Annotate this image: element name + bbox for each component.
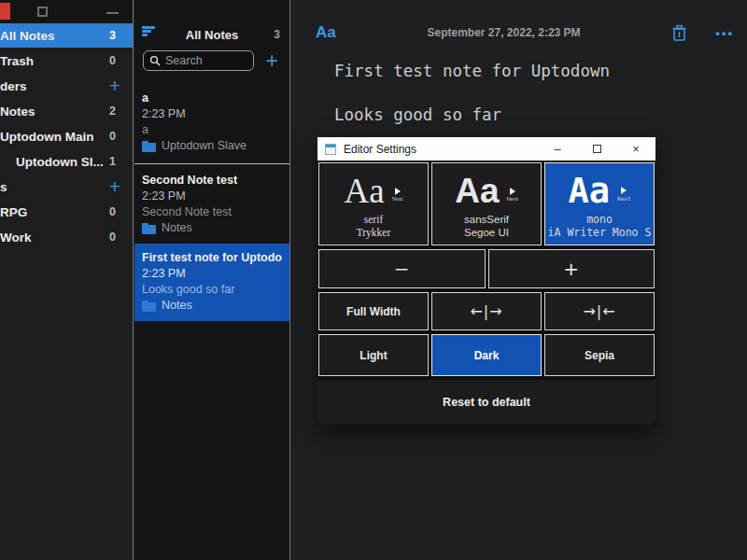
note-folder-name: Uptodown Slave [162,138,247,154]
dialog-window-controls: – × [538,137,655,161]
restore-window-icon[interactable] [37,7,48,17]
sidebar-item-rpg[interactable]: RPG 0 [0,200,133,224]
reset-to-default-button[interactable]: Reset to default [317,380,655,425]
sidebar-item-work[interactable]: Work 0 [0,225,133,249]
note-title: Second Note test [142,173,282,189]
next-arrow-icon [395,188,401,195]
trash-icon[interactable] [671,24,687,41]
theme-light-button[interactable]: Light [318,334,429,376]
note-preview: a [142,122,282,138]
font-sample: Aa [455,173,499,210]
folder-icon [142,223,156,234]
window-titlebar-strip [0,0,133,23]
next-arrow-icon [510,188,515,195]
theme-sepia-button[interactable]: Sepia [544,334,655,376]
note-preview: Second Note test [142,204,282,220]
note-list-item[interactable]: a 2:23 PM a Uptodown Slave [134,84,289,161]
font-serif-button[interactable]: Aa Next serif Trykker [318,162,429,245]
note-folder-name: Notes [162,220,192,236]
app-window: All Notes 3 Trash 0 ders + Notes 2 Uptod… [0,0,747,560]
next-label: Next [617,195,630,202]
add-folder-icon[interactable]: + [109,76,120,95]
maximize-icon [593,145,601,153]
sidebar-item-all-notes[interactable]: All Notes 3 [0,23,133,48]
sidebar-item-count: 0 [109,231,116,244]
sidebar-item-count: 0 [109,130,116,143]
minimize-window-icon[interactable] [106,12,119,14]
expand-width-button[interactable]: ←|→ [431,292,542,330]
decrease-font-size-button[interactable]: − [318,249,486,288]
note-list-item-selected[interactable]: First test note for Uptodo... 2:23 PM Lo… [134,244,289,321]
note-title: First test note for Uptodo... [142,250,282,266]
search-icon [149,55,161,66]
next-font-icon[interactable]: Next [617,187,630,202]
dialog-maximize-button[interactable] [577,137,616,161]
notes-list-panel: All Notes 3 + a 2:23 PM a Uptodown Slave [134,0,290,560]
note-folder-row: Uptodown Slave [142,138,282,154]
sidebar-item-count: 0 [109,54,116,67]
new-note-icon[interactable]: + [266,49,278,74]
sidebar-item-notes[interactable]: Notes 2 [0,99,133,123]
font-name: Segoe UI [464,226,509,239]
next-label: Next [392,196,403,202]
close-window-button[interactable] [0,3,10,20]
note-content[interactable]: First test note for Uptodown Looks good … [291,47,747,124]
font-sample: Aa [345,173,385,210]
sidebar-item-uptodown-slave[interactable]: Uptodown Sl... 1 [0,149,133,174]
note-time: 2:23 PM [142,266,282,282]
folder-icon [142,141,156,152]
search-box[interactable] [143,50,254,71]
sidebar-item-count: 0 [109,205,116,218]
sidebar-item-label: Uptodown Main [0,130,93,144]
sidebar-item-count: 3 [109,29,116,42]
search-input[interactable] [165,54,244,67]
sidebar-section-folders: ders + [0,74,133,98]
font-size-row: − + [317,247,655,290]
next-font-icon[interactable]: Next [506,188,517,202]
note-time: 2:23 PM [142,106,282,122]
font-mono-button-selected[interactable]: Aa Next mono iA Writer Mono S [544,162,655,245]
dialog-titlebar[interactable]: Editor Settings – × [317,137,655,161]
note-list-item[interactable]: Second Note test 2:23 PM Second Note tes… [134,166,289,244]
sidebar-item-label: Trash [0,54,34,68]
sidebar-item-label: All Notes [0,29,55,43]
increase-font-size-button[interactable]: + [488,249,655,288]
font-sample: Aa [568,173,610,210]
font-name: Trykker [357,226,391,239]
next-label: Next [506,196,517,202]
sort-filter-icon[interactable] [142,26,155,37]
note-line: Looks good so far [334,105,728,124]
note-folder-row: Notes [142,298,282,314]
font-category: mono [586,214,613,226]
sidebar-item-trash[interactable]: Trash 0 [0,49,133,73]
theme-dark-button-selected[interactable]: Dark [431,334,542,376]
font-settings-button[interactable]: Aa [316,23,336,42]
sidebar-section-label: ders [0,79,27,93]
editor-width-row: Full Width ←|→ →|← [317,290,655,332]
font-category: serif [364,214,383,226]
sidebar-section-label: s [0,180,7,194]
notes-panel-title: All Notes [134,28,289,42]
full-width-button[interactable]: Full Width [318,292,429,330]
editor-settings-dialog: Editor Settings – × Aa Next serif Trykke… [317,137,655,425]
sidebar-item-uptodown-main[interactable]: Uptodown Main 0 [0,124,133,148]
font-sansserif-button[interactable]: Aa Next sansSerif Segoe UI [431,162,542,245]
note-date: September 27, 2022, 2:23 PM [336,26,672,39]
dialog-minimize-button[interactable]: – [538,137,577,161]
sidebar-item-count: 1 [109,155,116,168]
more-options-icon[interactable]: ••• [715,26,734,40]
next-arrow-icon [621,187,627,194]
folder-icon [142,301,156,312]
sidebar-section-tags: s + [0,175,133,199]
narrow-width-button[interactable]: →|← [544,292,655,330]
add-tag-icon[interactable]: + [109,176,120,196]
next-font-icon[interactable]: Next [392,188,403,202]
dialog-app-icon [325,144,336,155]
notes-panel-header: All Notes 3 [134,22,289,47]
search-row: + [134,50,289,75]
dialog-close-button[interactable]: × [616,137,655,161]
sidebar-item-count: 2 [109,105,116,118]
note-preview: Looks good so far [142,282,282,298]
editor-toolbar: Aa September 27, 2022, 2:23 PM ••• [291,19,747,47]
note-title: a [142,91,282,106]
